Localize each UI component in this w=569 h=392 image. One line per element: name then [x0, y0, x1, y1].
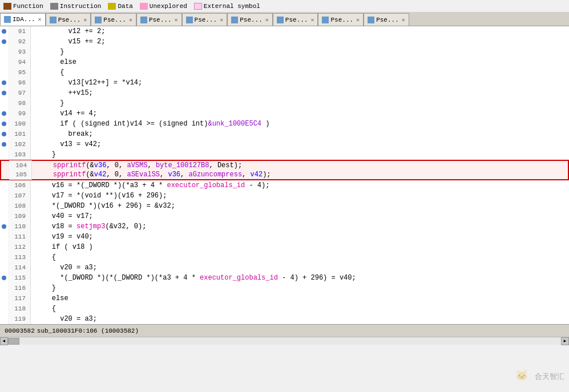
tab-icon-pse3 — [140, 17, 147, 23]
line-content-91: v12 += 2; — [31, 26, 105, 37]
line-num-99: 99 — [8, 108, 31, 119]
line-num-101: 101 — [8, 129, 31, 139]
code-line-118[interactable]: 118 { — [0, 304, 569, 314]
legend-function-label: Function — [13, 3, 43, 10]
code-line-91[interactable]: 91 v12 += 2; — [0, 26, 569, 37]
line-num-112: 112 — [8, 242, 31, 252]
line-content-110: v18 = setjmp3(&v32, 0); — [31, 221, 146, 232]
scroll-thumb[interactable] — [8, 338, 19, 345]
code-line-108[interactable]: 108 *(_DWORD *)(v16 + 296) = &v32; — [0, 201, 569, 211]
line-num-100: 100 — [8, 119, 31, 129]
tab-pse4[interactable]: Pse...✕ — [182, 13, 228, 26]
line-num-117: 117 — [8, 293, 31, 304]
tab-close-pse2[interactable]: ✕ — [129, 17, 132, 23]
line-num-119: 119 — [8, 314, 31, 324]
tab-close-pse7[interactable]: ✕ — [356, 17, 360, 23]
code-line-106[interactable]: 106 v16 = *(_DWORD *)(*a3 + 4 * executor… — [0, 180, 569, 191]
line-content-105: spprintf(&v42, 0, aSEvalSS, v36, aGzunco… — [32, 169, 271, 180]
line-dot-110 — [0, 224, 8, 229]
code-line-113[interactable]: 113 { — [0, 252, 569, 262]
scroll-track[interactable] — [8, 338, 561, 345]
line-content-98: } — [31, 98, 64, 108]
code-line-117[interactable]: 117 else — [0, 293, 569, 304]
code-line-99[interactable]: 99 v14 += 4; — [0, 108, 569, 119]
line-content-101: break; — [31, 129, 93, 139]
line-num-111: 111 — [8, 232, 31, 242]
line-num-102: 102 — [8, 139, 31, 149]
tab-ida[interactable]: IDA...✕ — [0, 13, 46, 26]
line-num-108: 108 — [8, 201, 31, 211]
line-num-107: 107 — [8, 191, 31, 201]
code-line-104[interactable]: 104 spprintf(&v36, 0, aVSMS, byte_100127… — [0, 160, 569, 170]
code-line-100[interactable]: 100 if ( (signed int)v14 >= (signed int)… — [0, 119, 569, 129]
line-content-117: else — [31, 293, 68, 304]
tab-pse3[interactable]: Pse...✕ — [136, 13, 182, 26]
line-content-108: *(_DWORD *)(v16 + 296) = &v32; — [31, 201, 175, 211]
tab-label-pse3: Pse... — [149, 17, 172, 23]
code-line-101[interactable]: 101 break; — [0, 129, 569, 139]
legend-external-color — [194, 3, 202, 10]
tab-close-pse1[interactable]: ✕ — [83, 17, 87, 23]
scroll-right-arrow[interactable]: ► — [561, 337, 569, 345]
scroll-left-arrow[interactable]: ◄ — [0, 337, 8, 345]
code-line-112[interactable]: 112 if ( v18 ) — [0, 242, 569, 252]
code-line-103[interactable]: 103 } — [0, 149, 569, 160]
code-line-98[interactable]: 98 } — [0, 98, 569, 108]
code-line-97[interactable]: 97 ++v15; — [0, 88, 569, 98]
code-line-119[interactable]: 119 v20 = a3; — [0, 314, 569, 324]
code-line-109[interactable]: 109 v40 = v17; — [0, 211, 569, 221]
code-line-115[interactable]: 115 *(_DWORD *)(*(_DWORD *)(*a3 + 4 * ex… — [0, 273, 569, 283]
code-line-94[interactable]: 94 else — [0, 57, 569, 67]
line-dot-99 — [0, 111, 8, 116]
tab-pse8[interactable]: Pse...✕ — [364, 13, 409, 26]
legend-unexplored-color — [140, 3, 148, 10]
tab-pse1[interactable]: Pse...✕ — [46, 13, 91, 26]
tab-pse6[interactable]: Pse...✕ — [273, 13, 318, 26]
bottom-scrollbar[interactable]: ◄ ► — [0, 337, 569, 345]
line-dot-100 — [0, 122, 8, 126]
code-area[interactable]: 91 v12 += 2;92 v15 += 2;93 }94 else95 {9… — [0, 26, 569, 324]
line-dot-91 — [0, 29, 8, 34]
tab-close-pse8[interactable]: ✕ — [402, 17, 405, 23]
tab-close-pse3[interactable]: ✕ — [175, 17, 178, 23]
legend-instruction: Instruction — [50, 3, 102, 10]
legend-data-label: Data — [118, 3, 132, 10]
code-line-95[interactable]: 95 { — [0, 67, 569, 78]
tab-pse7[interactable]: Pse...✕ — [318, 13, 364, 26]
code-line-93[interactable]: 93 } — [0, 47, 569, 57]
code-line-107[interactable]: 107 v17 = *(void **)(v16 + 296); — [0, 191, 569, 201]
tab-close-pse4[interactable]: ✕ — [220, 17, 223, 23]
tab-icon-pse5 — [231, 17, 238, 23]
line-content-111: v19 = v40; — [31, 232, 93, 242]
tab-close-ida[interactable]: ✕ — [38, 16, 42, 23]
code-line-92[interactable]: 92 v15 += 2; — [0, 37, 569, 47]
line-content-103: } — [31, 149, 56, 160]
tab-label-pse7: Pse... — [330, 17, 353, 23]
line-dot-102 — [0, 142, 8, 147]
code-line-96[interactable]: 96 v13[v12++] = *v14; — [0, 78, 569, 88]
tab-pse5[interactable]: Pse...✕ — [227, 13, 273, 26]
code-line-116[interactable]: 116 } — [0, 283, 569, 293]
code-line-114[interactable]: 114 v20 = a3; — [0, 262, 569, 273]
tab-label-pse1: Pse... — [58, 17, 81, 23]
legend-bar: Function Instruction Data Unexplored Ext… — [0, 0, 569, 13]
code-line-105[interactable]: 105 spprintf(&v42, 0, aSEvalSS, v36, aGz… — [0, 170, 569, 180]
tab-pse2[interactable]: Pse...✕ — [91, 13, 136, 26]
line-num-93: 93 — [8, 47, 31, 57]
line-num-92: 92 — [8, 37, 31, 47]
tab-label-pse2: Pse... — [103, 17, 126, 23]
line-num-103: 103 — [8, 149, 31, 160]
line-dot-115 — [0, 276, 8, 280]
line-dot-97 — [0, 91, 8, 95]
code-line-102[interactable]: 102 v13 = v42; — [0, 139, 569, 149]
line-content-114: v20 = a3; — [31, 262, 97, 273]
tab-close-pse5[interactable]: ✕ — [265, 17, 269, 23]
code-line-111[interactable]: 111 v19 = v40; — [0, 232, 569, 242]
tab-bar: IDA...✕Pse...✕Pse...✕Pse...✕Pse...✕Pse..… — [0, 13, 569, 26]
legend-function-color — [3, 3, 11, 10]
code-line-110[interactable]: 110 v18 = setjmp3(&v32, 0); — [0, 221, 569, 232]
tab-icon-pse6 — [277, 17, 284, 23]
status-address: 00003582 — [5, 328, 35, 334]
line-content-99: v14 += 4; — [31, 108, 97, 119]
tab-close-pse6[interactable]: ✕ — [310, 17, 314, 23]
